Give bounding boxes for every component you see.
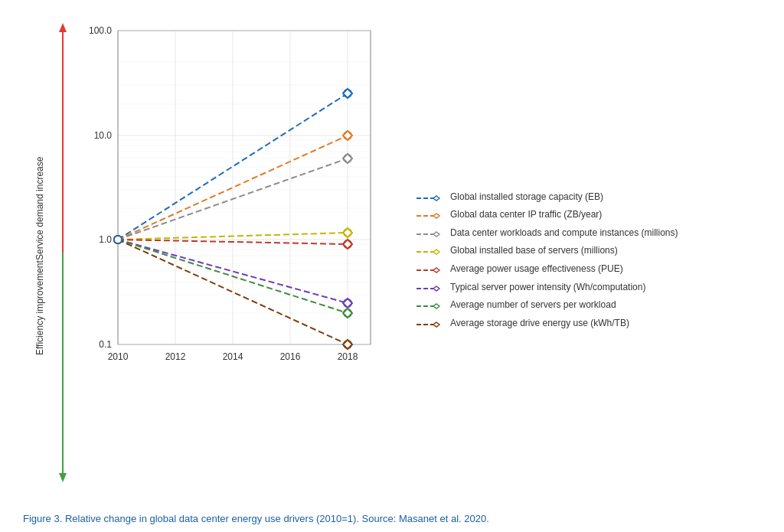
- legend-item-servers-per-workload: Average number of servers per workload: [416, 299, 761, 312]
- legend-line-servers-per-workload: [416, 302, 444, 311]
- chart-svg: 100.0 10.0 1.0 0.1 2010 2012 2014 2016 2…: [72, 15, 394, 383]
- arrow-down-icon: [59, 473, 67, 482]
- y-label-efficiency: Efficiency improvement: [34, 260, 45, 505]
- chart-caption: Figure 3. Relative change in global data…: [23, 513, 761, 524]
- svg-point-71: [114, 236, 122, 243]
- legend: Global installed storage capacity (EB) G…: [394, 15, 761, 505]
- legend-label-storage-energy: Average storage drive energy use (kWh/TB…: [450, 318, 629, 330]
- legend-item-servers-base: Global installed base of servers (millio…: [416, 245, 761, 257]
- svg-text:0.1: 0.1: [99, 339, 112, 350]
- legend-item-ip-traffic: Global data center IP traffic (ZB/year): [416, 209, 761, 221]
- legend-label-workloads: Data center workloads and compute instan…: [450, 227, 678, 240]
- svg-marker-79: [433, 250, 439, 254]
- legend-label-server-power: Typical server power intensity (Wh/compu…: [450, 282, 645, 294]
- legend-label-servers-base: Global installed base of servers (millio…: [450, 245, 618, 257]
- legend-line-workloads: [416, 230, 444, 239]
- legend-line-server-power: [416, 284, 444, 293]
- arrow-line-green: [62, 253, 64, 473]
- legend-line-servers-base: [416, 247, 444, 256]
- legend-label-servers-per-workload: Average number of servers per workload: [450, 299, 616, 312]
- legend-line-ip-traffic: [416, 211, 444, 220]
- svg-text:2010: 2010: [108, 351, 129, 362]
- legend-label-storage-capacity: Global installed storage capacity (EB): [450, 191, 603, 204]
- svg-text:1.0: 1.0: [99, 234, 112, 245]
- legend-label-ip-traffic: Global data center IP traffic (ZB/year): [450, 209, 602, 221]
- svg-marker-83: [433, 286, 439, 291]
- svg-text:2016: 2016: [280, 351, 301, 362]
- svg-text:2018: 2018: [338, 351, 358, 362]
- graph-and-legend: 100.0 10.0 1.0 0.1 2010 2012 2014 2016 2…: [72, 15, 761, 505]
- legend-line-storage-energy: [416, 320, 444, 329]
- legend-item-pue: Average power usage effectiveness (PUE): [416, 263, 761, 276]
- svg-marker-77: [433, 232, 439, 237]
- arrow-line-red: [62, 32, 64, 253]
- svg-marker-81: [433, 268, 439, 273]
- y-label-service-demand: Service demand increase: [34, 15, 45, 260]
- svg-marker-87: [433, 322, 439, 327]
- legend-label-pue: Average power usage effectiveness (PUE): [450, 263, 623, 276]
- svg-marker-75: [433, 214, 439, 218]
- legend-item-storage-energy: Average storage drive energy use (kWh/TB…: [416, 318, 761, 330]
- svg-text:10.0: 10.0: [94, 130, 113, 141]
- legend-item-workloads: Data center workloads and compute instan…: [416, 227, 761, 240]
- chart-area: Service demand increase Efficiency impro…: [23, 15, 761, 505]
- arrow-up-icon: [59, 23, 67, 32]
- svg-marker-73: [433, 196, 439, 201]
- legend-line-storage-capacity: [416, 194, 444, 203]
- legend-item-storage-capacity: Global installed storage capacity (EB): [416, 191, 761, 204]
- svg-text:2014: 2014: [223, 351, 243, 362]
- arrows-container: [57, 15, 69, 505]
- legend-line-pue: [416, 266, 444, 275]
- chart-container: Service demand increase Efficiency impro…: [23, 15, 761, 524]
- svg-text:2012: 2012: [165, 351, 186, 362]
- svg-marker-85: [433, 304, 439, 308]
- svg-text:100.0: 100.0: [89, 25, 112, 36]
- graph-wrapper: 100.0 10.0 1.0 0.1 2010 2012 2014 2016 2…: [72, 15, 394, 505]
- y-axis-label: Service demand increase Efficiency impro…: [23, 15, 57, 505]
- legend-item-server-power: Typical server power intensity (Wh/compu…: [416, 282, 761, 294]
